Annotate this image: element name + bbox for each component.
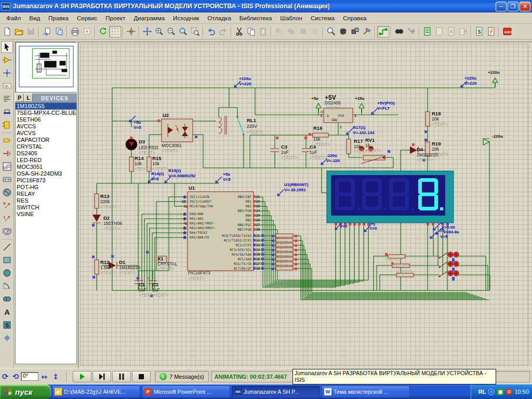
pick-device-button[interactable] [325,26,337,37]
goto-sheet-button[interactable] [457,26,469,37]
device-list-item[interactable]: AVCCS [16,123,76,130]
block-delete-button[interactable] [309,26,321,37]
block-move-button[interactable] [285,26,297,37]
design-explorer-button[interactable] [421,26,433,37]
device-list-item[interactable]: AVCVS [16,130,76,137]
zoom-out-button[interactable] [165,26,177,37]
redraw-button[interactable] [97,26,109,37]
2d-text-icon[interactable]: A [1,306,13,318]
close-button[interactable]: ✕ [520,2,530,11]
2d-circle-icon[interactable] [1,267,13,279]
tape-recorder-mode-icon[interactable] [1,174,13,185]
menu-item-10[interactable]: Шаблон [276,14,307,23]
cut-button[interactable] [233,26,245,37]
netlist-to-ares-button[interactable]: ARES [501,26,513,37]
device-list-item[interactable]: SWITCH [16,204,76,211]
false-origin-button[interactable] [125,26,137,37]
redo-button[interactable] [217,26,229,37]
2d-path-icon[interactable] [1,293,13,305]
search-tag-button[interactable] [393,26,405,37]
device-list-item[interactable]: 15ETH06 [16,116,76,123]
zoom-all-button[interactable] [177,26,189,37]
device-list-item[interactable]: PIC16F873 [16,177,76,184]
pause-button[interactable] [112,371,131,382]
open-file-button[interactable] [13,26,25,37]
copy-button[interactable] [245,26,257,37]
import-section-button[interactable] [41,26,53,37]
paste-button[interactable] [257,26,269,37]
packaging-tool-button[interactable] [349,26,361,37]
bill-of-materials-button[interactable]: $ [473,26,485,37]
menu-item-2[interactable]: Вид [25,14,44,23]
2d-box-icon[interactable] [1,254,13,266]
device-list-item[interactable]: 7SEG-MPX4-CC-BLUE [16,110,76,116]
stop-button[interactable] [132,371,151,382]
2d-symbol-icon[interactable]: S [1,319,13,331]
junction-dot-mode-icon[interactable] [1,67,13,79]
buses-mode-icon[interactable] [1,106,13,118]
virtual-instruments-mode-icon[interactable] [1,225,13,237]
title-bar[interactable]: ISIS Jumanazarov A SH РАЗРАБОТКА ВИРТУАЛ… [0,0,532,12]
library-button[interactable]: L [24,94,33,102]
zoom-area-button[interactable] [189,26,201,37]
device-list-item[interactable]: VSINE [16,211,76,218]
save-file-button[interactable] [25,26,37,37]
menu-item-12[interactable]: Справка [339,14,370,23]
wire-label-mode-icon[interactable]: LBL [1,80,13,92]
device-list-item[interactable]: RELAY [16,191,76,197]
rotate-anticlockwise-button[interactable]: ⟲ [10,371,21,382]
menu-item-6[interactable]: Диаграмма [129,14,169,23]
component-mode-icon[interactable] [1,54,13,66]
menu-item-11[interactable]: Система [307,14,339,23]
vertical-mirror-button[interactable]: ↕ [50,373,61,381]
schematic-canvas[interactable]: U2D3R14R15RL1R16C3C4R17RV1R18R19D4R13D2R… [78,42,532,368]
device-list-item[interactable]: DS2405 [16,150,76,157]
device-list[interactable]: 1M180ZS57SEG-MPX4-CC-BLUE15ETH06AVCCSAVC… [15,102,77,364]
text-script-mode-icon[interactable] [1,93,13,105]
new-file-button[interactable] [1,26,13,37]
schematic-edit-window[interactable]: U2D3R14R15RL1R16C3C4R17RV1R18R19D4R13D2R… [78,42,532,368]
device-list-item[interactable]: OSA-SH-224DM3 [16,170,76,177]
start-button[interactable]: пуск [0,384,51,399]
remove-sheet-button[interactable] [445,26,457,37]
overview-window[interactable] [15,42,77,92]
minimize-button[interactable]: ─ [496,2,507,11]
export-section-button[interactable] [53,26,65,37]
toggle-grid-button[interactable] [109,26,121,37]
taskbar-task[interactable]: PMicrosoft PowerPoint ... [142,385,230,398]
print-button[interactable] [69,26,81,37]
voltage-probe-mode-icon[interactable]: V [1,200,13,211]
horizontal-mirror-button[interactable]: ↔ [38,373,50,381]
app-tray-icon[interactable]: O [506,389,512,395]
language-indicator[interactable]: RL [478,389,486,395]
2d-arc-icon[interactable] [1,280,13,292]
menu-item-4[interactable]: Сервис [73,14,101,23]
menu-item-5[interactable]: Проект [101,14,129,23]
play-button[interactable] [73,371,91,382]
device-pins-mode-icon[interactable] [1,148,13,159]
graph-mode-icon[interactable] [1,161,13,172]
network-icon[interactable]: ▣ [497,389,503,395]
hide-icons-icon[interactable]: ‹ [488,389,495,395]
terminals-mode-icon[interactable] [1,135,13,147]
2d-line-icon[interactable] [1,241,13,253]
rotate-clockwise-button[interactable]: ⟳ [0,371,10,382]
device-list-item[interactable]: CRYSTAL [16,143,76,150]
undo-button[interactable] [205,26,217,37]
block-copy-button[interactable] [273,26,285,37]
device-list-item[interactable]: MOC3051 [16,164,76,170]
selection-mode-icon[interactable] [1,41,13,53]
step-button[interactable] [92,371,111,382]
pick-devices-button[interactable]: P [15,94,24,102]
electrical-rule-check-button[interactable] [485,26,497,37]
taskbar-task[interactable]: WТема магистерской ... [322,385,410,398]
seven-seg-display[interactable] [327,171,454,223]
device-list-item[interactable]: CAPACITOR [16,137,76,143]
new-sheet-button[interactable] [433,26,445,37]
wire-autorouter-button[interactable] [377,26,389,37]
menu-item-7[interactable]: Исходник [169,14,203,23]
generator-mode-icon[interactable] [1,187,13,198]
taskbar-task[interactable]: ISISJumanazarov A SH P... [232,385,320,398]
device-list-item[interactable]: POT-HG [16,184,76,191]
property-assignment-button[interactable]: A [405,26,417,37]
